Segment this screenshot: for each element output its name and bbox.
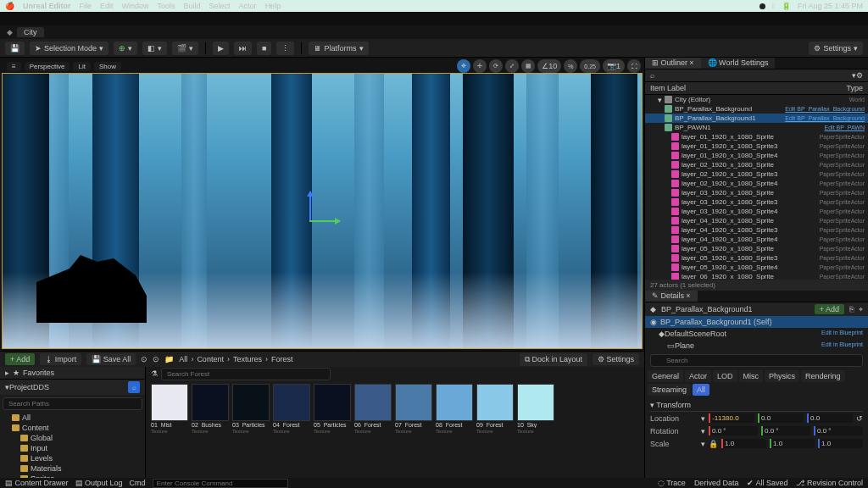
snap-scale[interactable]: 0.25 bbox=[580, 59, 600, 73]
close-icon[interactable]: × bbox=[689, 58, 693, 67]
gizmo-select-icon[interactable]: ✥ bbox=[457, 59, 470, 73]
menu-select[interactable]: Select bbox=[209, 2, 231, 10]
asset-tile[interactable]: 10_SkyTexture bbox=[517, 384, 554, 434]
asset-tile[interactable]: 08_ForestTexture bbox=[436, 384, 473, 434]
viewport-menu[interactable]: ≡ bbox=[7, 62, 21, 71]
snap-angle[interactable]: ∠10 bbox=[537, 59, 561, 73]
add-component-button[interactable]: + Add bbox=[815, 304, 844, 314]
scale-z[interactable]: 1.0 bbox=[818, 439, 863, 448]
asset-tile[interactable]: 06_ForestTexture bbox=[354, 384, 392, 434]
crumb[interactable]: All bbox=[179, 355, 187, 363]
cmd-label[interactable]: Cmd bbox=[130, 479, 146, 487]
menu-help[interactable]: Help bbox=[265, 2, 281, 10]
revision-control-button[interactable]: ⎇ Revision Control bbox=[796, 479, 863, 487]
level-tab[interactable]: City bbox=[17, 27, 44, 37]
outliner-row[interactable]: layer_03_1920_x_1080_Sprite3PaperSpriteA… bbox=[645, 197, 868, 207]
chevron-down-icon[interactable]: ▾ bbox=[701, 414, 705, 423]
menu-file[interactable]: File bbox=[80, 2, 92, 10]
camera-speed[interactable]: 📷1 bbox=[603, 59, 625, 73]
cinematics-button[interactable]: 🎬▾ bbox=[172, 42, 198, 55]
history-fwd-icon[interactable]: ⊙ bbox=[153, 355, 159, 363]
outliner-row[interactable]: layer_02_1920_x_1080_SpritePaperSpriteAc… bbox=[645, 160, 868, 169]
stop-button[interactable]: ■ bbox=[257, 42, 271, 55]
outliner-row-world[interactable]: ▾ City (Editor) World bbox=[645, 95, 868, 104]
asset-tile[interactable]: 03_ParticlesTexture bbox=[232, 384, 270, 434]
content-drawer-button[interactable]: ▤ Content Drawer bbox=[5, 479, 69, 487]
perspective-button[interactable]: Perspective bbox=[25, 62, 70, 71]
gizmo-move-icon[interactable]: ✢ bbox=[473, 59, 487, 73]
snap-scale-icon[interactable]: % bbox=[564, 59, 577, 73]
asset-tile[interactable]: 04_ForestTexture bbox=[273, 384, 310, 434]
component-row[interactable]: ◆ DefaultSceneRootEdit in Blueprint bbox=[645, 328, 868, 340]
tab-world-settings[interactable]: 🌐 World Settings bbox=[701, 58, 776, 69]
folder-row[interactable]: Global bbox=[0, 433, 145, 443]
clock[interactable]: Fri Aug 25 1:45 PM bbox=[798, 2, 863, 10]
category-tab[interactable]: Physics bbox=[765, 370, 799, 382]
outliner-row[interactable]: layer_02_1920_x_1080_Sprite3PaperSpriteA… bbox=[645, 169, 868, 179]
outliner-row[interactable]: layer_04_1920_x_1080_Sprite4PaperSpriteA… bbox=[645, 235, 868, 244]
folder-row[interactable]: Content bbox=[0, 423, 145, 433]
gizmo-scale-icon[interactable]: ⤢ bbox=[505, 59, 519, 73]
asset-tile[interactable]: 01_MistTexture bbox=[151, 384, 188, 434]
location-z[interactable]: 0.0 bbox=[807, 413, 853, 423]
gizmo-x-axis[interactable] bbox=[309, 220, 340, 222]
viewport-3d[interactable] bbox=[2, 73, 643, 349]
crumb[interactable]: Textures bbox=[233, 355, 262, 363]
asset-search-input[interactable] bbox=[161, 368, 331, 380]
row-type[interactable]: Edit BP_Parallax_Background bbox=[785, 115, 865, 121]
folder-row[interactable]: Input bbox=[0, 443, 145, 453]
tab-outliner[interactable]: ⊞ Outliner × bbox=[645, 58, 701, 69]
outliner-row[interactable]: layer_02_1920_x_1080_Sprite4PaperSpriteA… bbox=[645, 179, 868, 188]
settings-button[interactable]: ⚙Settings▾ bbox=[809, 42, 863, 55]
section-transform[interactable]: ▾ Transform bbox=[650, 399, 863, 412]
blueprints-button[interactable]: ◧▾ bbox=[142, 42, 167, 55]
outliner-row[interactable]: BP_Parallax_Background1Edit BP_Parallax_… bbox=[645, 114, 868, 123]
folder-row[interactable]: All bbox=[0, 413, 145, 423]
chevron-down-icon[interactable]: ▾ bbox=[701, 427, 705, 435]
category-tab[interactable]: General bbox=[648, 370, 683, 382]
cb-save-all-button[interactable]: 💾 Save All bbox=[86, 353, 136, 365]
col-label[interactable]: Item Label bbox=[650, 84, 846, 92]
category-tab[interactable]: Actor bbox=[685, 370, 711, 382]
rotation-y[interactable]: 0.0 ° bbox=[761, 426, 810, 435]
asset-tile[interactable]: 02_BushesTexture bbox=[192, 384, 229, 434]
asset-tile[interactable]: 07_ForestTexture bbox=[395, 384, 432, 434]
asset-tile[interactable]: 09_ForestTexture bbox=[476, 384, 514, 434]
close-icon[interactable]: × bbox=[686, 291, 690, 300]
history-back-icon[interactable]: ⊙ bbox=[141, 355, 147, 363]
play-button[interactable]: ▶ bbox=[213, 42, 229, 55]
outliner-row[interactable]: layer_01_1920_x_1080_Sprite4PaperSpriteA… bbox=[645, 151, 868, 160]
menu-edit[interactable]: Edit bbox=[100, 2, 114, 10]
outliner-row[interactable]: layer_05_1920_x_1080_Sprite3PaperSpriteA… bbox=[645, 253, 868, 263]
pause-button[interactable]: ⏭ bbox=[234, 42, 252, 55]
project-header[interactable]: ▾ ProjectDDS⌕ bbox=[0, 380, 145, 395]
cb-settings-button[interactable]: ⚙ Settings bbox=[593, 353, 639, 365]
category-tab[interactable]: Streaming bbox=[648, 384, 691, 396]
battery-icon[interactable]: 🔋 bbox=[782, 2, 791, 10]
save-button[interactable]: 💾 bbox=[5, 42, 25, 55]
rotation-x[interactable]: 0.0 ° bbox=[709, 426, 758, 435]
add-content-button[interactable]: ⊕▾ bbox=[114, 42, 137, 55]
apple-icon[interactable]: 🍎 bbox=[5, 2, 14, 10]
location-x[interactable]: -11380.0 bbox=[709, 413, 754, 423]
show-button[interactable]: Show bbox=[94, 62, 121, 71]
menu-actor[interactable]: Actor bbox=[239, 2, 257, 10]
details-search-input[interactable] bbox=[650, 354, 863, 367]
gizmo-z-axis[interactable] bbox=[309, 191, 311, 222]
browse-icon[interactable]: ⎘ bbox=[849, 305, 854, 313]
scale-x[interactable]: 1.0 bbox=[721, 439, 766, 448]
category-tab[interactable]: Misc bbox=[739, 370, 764, 382]
outliner-row[interactable]: layer_05_1920_x_1080_SpritePaperSpriteAc… bbox=[645, 244, 868, 253]
crumb[interactable]: Forest bbox=[271, 355, 293, 363]
trace-button[interactable]: ◌ Trace bbox=[658, 479, 686, 487]
wifi-icon[interactable]: 􀙇 bbox=[772, 2, 775, 10]
lock-icon[interactable]: 🔒 bbox=[709, 440, 718, 448]
selection-mode-button[interactable]: ➤Selection Mode▾ bbox=[30, 42, 108, 55]
snap-grid-icon[interactable]: ▦ bbox=[521, 59, 535, 73]
category-tab[interactable]: Rendering bbox=[801, 370, 845, 382]
menu-build[interactable]: Build bbox=[184, 2, 201, 10]
chevron-down-icon[interactable]: ▾ bbox=[701, 440, 705, 448]
gear-icon[interactable]: ⚙ bbox=[856, 71, 863, 80]
status-dot-icon[interactable] bbox=[760, 3, 765, 9]
edit-link[interactable]: Edit in Blueprint bbox=[821, 330, 863, 338]
